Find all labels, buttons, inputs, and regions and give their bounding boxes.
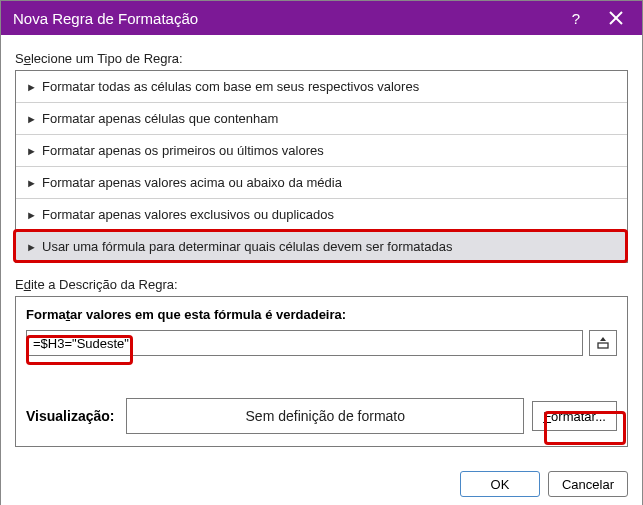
dialog-body: Selecione um Tipo de Regra: ► Formatar t… <box>1 35 642 459</box>
formula-heading: Formatar valores em que esta fórmula é v… <box>26 307 617 322</box>
dialog-title: Nova Regra de Formatação <box>13 10 556 27</box>
help-icon: ? <box>572 10 580 27</box>
dialog-footer: OK Cancelar <box>1 459 642 505</box>
help-button[interactable]: ? <box>556 3 596 33</box>
edit-rule-description-label: Edite a Descrição da Regra: <box>15 277 628 292</box>
rule-type-item[interactable]: ► Formatar apenas células que contenham <box>16 103 627 135</box>
new-formatting-rule-dialog: Nova Regra de Formatação ? Selecione um … <box>0 0 643 505</box>
rule-type-label: Formatar apenas valores exclusivos ou du… <box>42 207 334 222</box>
rule-type-item[interactable]: ► Formatar todas as células com base em … <box>16 71 627 103</box>
bullet-icon: ► <box>26 145 36 157</box>
bullet-icon: ► <box>26 113 36 125</box>
bullet-icon: ► <box>26 209 36 221</box>
rule-type-item[interactable]: ► Formatar apenas valores exclusivos ou … <box>16 199 627 231</box>
rule-type-label: Formatar todas as células com base em se… <box>42 79 419 94</box>
rule-type-label: Formatar apenas valores acima ou abaixo … <box>42 175 342 190</box>
formula-row <box>26 330 617 356</box>
rule-type-label: Formatar apenas células que contenham <box>42 111 278 126</box>
rule-type-label: Formatar apenas os primeiros ou últimos … <box>42 143 324 158</box>
preview-box: Sem definição de formato <box>126 398 524 434</box>
svg-rect-2 <box>598 343 608 348</box>
bullet-icon: ► <box>26 81 36 93</box>
titlebar: Nova Regra de Formatação ? <box>1 1 642 35</box>
close-icon <box>609 11 623 25</box>
select-rule-type-label: Selecione um Tipo de Regra: <box>15 51 628 66</box>
rule-description-panel: Formatar valores em que esta fórmula é v… <box>15 296 628 447</box>
ok-button[interactable]: OK <box>460 471 540 497</box>
rule-type-label: Usar uma fórmula para determinar quais c… <box>42 239 452 254</box>
rule-type-list: ► Formatar todas as células com base em … <box>15 70 628 263</box>
collapse-dialog-button[interactable] <box>589 330 617 356</box>
bullet-icon: ► <box>26 241 36 253</box>
close-button[interactable] <box>596 3 636 33</box>
format-button[interactable]: Formatar... <box>532 401 617 431</box>
preview-text: Sem definição de formato <box>246 408 406 424</box>
rule-type-item-selected[interactable]: ► Usar uma fórmula para determinar quais… <box>16 231 627 262</box>
preview-row: Visualização: Sem definição de formato F… <box>26 398 617 434</box>
formula-input[interactable] <box>26 330 583 356</box>
bullet-icon: ► <box>26 177 36 189</box>
preview-label: Visualização: <box>26 408 118 424</box>
range-select-icon <box>596 336 610 350</box>
rule-type-item[interactable]: ► Formatar apenas os primeiros ou último… <box>16 135 627 167</box>
rule-type-item[interactable]: ► Formatar apenas valores acima ou abaix… <box>16 167 627 199</box>
cancel-button[interactable]: Cancelar <box>548 471 628 497</box>
